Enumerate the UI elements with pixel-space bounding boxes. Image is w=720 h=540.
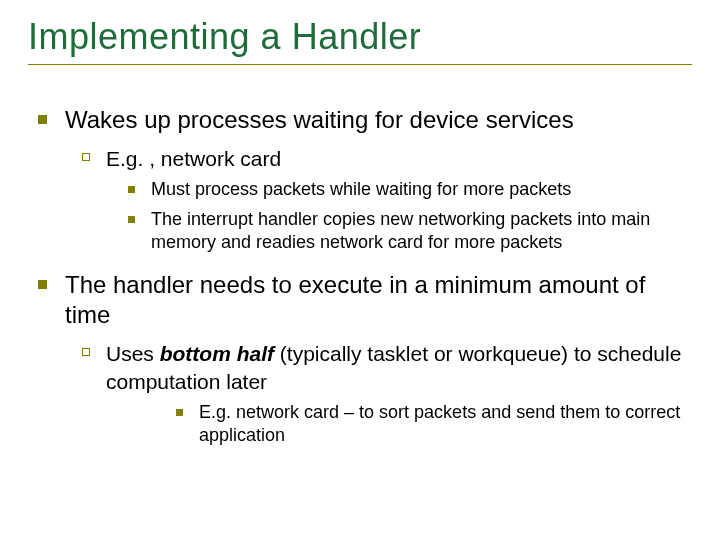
bullet-level2: Uses bottom half (typically tasklet or w…	[82, 340, 692, 395]
bullet-level3: The interrupt handler copies new network…	[128, 208, 692, 255]
hollow-square-bullet-icon	[82, 348, 90, 356]
square-bullet-icon	[38, 280, 47, 289]
slide-title: Implementing a Handler	[28, 16, 692, 58]
bullet-text: The interrupt handler copies new network…	[151, 208, 692, 255]
bullet-level2: E.g. , network card	[82, 145, 692, 172]
bullet-text: E.g. , network card	[106, 145, 692, 172]
bullet-text: Wakes up processes waiting for device se…	[65, 105, 692, 135]
text-pre: Uses	[106, 342, 160, 365]
bullet-text: The handler needs to execute in a minimu…	[65, 270, 692, 330]
bullet-text: Uses bottom half (typically tasklet or w…	[106, 340, 692, 395]
square-bullet-icon	[176, 409, 183, 416]
square-bullet-icon	[128, 186, 135, 193]
bullet-text: E.g. network card – to sort packets and …	[199, 401, 692, 448]
spacer	[28, 256, 692, 270]
title-wrap: Implementing a Handler	[28, 16, 692, 65]
bullet-level1: Wakes up processes waiting for device se…	[38, 105, 692, 135]
bullet-level3: Must process packets while waiting for m…	[128, 178, 692, 201]
square-bullet-icon	[38, 115, 47, 124]
hollow-square-bullet-icon	[82, 153, 90, 161]
bullet-text: Must process packets while waiting for m…	[151, 178, 692, 201]
text-emph: bottom half	[160, 342, 274, 365]
bullet-level3: E.g. network card – to sort packets and …	[176, 401, 692, 448]
slide: Implementing a Handler Wakes up processe…	[0, 0, 720, 540]
square-bullet-icon	[128, 216, 135, 223]
bullet-level1: The handler needs to execute in a minimu…	[38, 270, 692, 330]
